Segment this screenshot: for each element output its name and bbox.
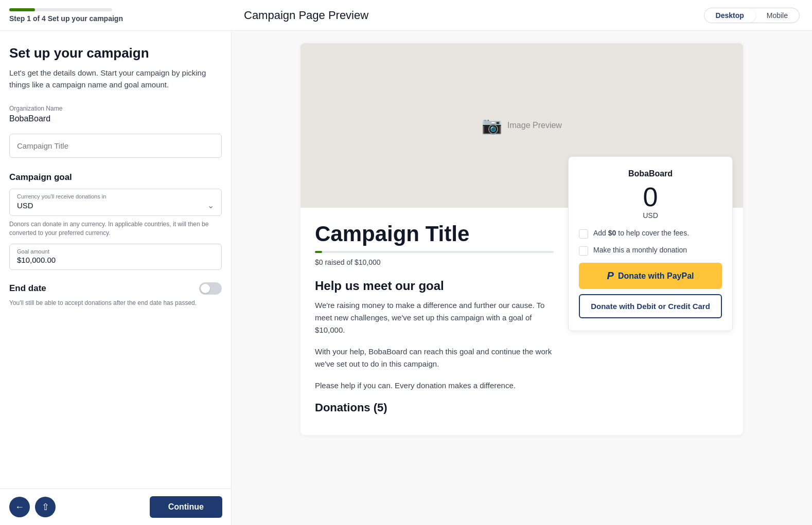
- progress-bar-container: [9, 8, 112, 11]
- org-name-value: BobaBoard: [9, 114, 222, 123]
- end-date-toggle[interactable]: [199, 282, 222, 295]
- end-date-row: End date: [9, 282, 222, 295]
- paypal-icon: P: [607, 270, 614, 282]
- goal-amount-field[interactable]: Goal amount $10,000.00: [9, 244, 222, 270]
- paypal-donate-button[interactable]: P Donate with PayPal: [579, 263, 722, 289]
- widget-org-name: BobaBoard: [579, 169, 722, 178]
- left-panel: Set up your campaign Let's get the detai…: [0, 31, 232, 525]
- preview-card: 📷 Image Preview Campaign Title $0 raised…: [301, 43, 743, 435]
- toggle-knob: [201, 284, 210, 293]
- end-date-label: End date: [9, 283, 46, 294]
- right-panel: 📷 Image Preview Campaign Title $0 raised…: [232, 31, 812, 525]
- fee-checkbox[interactable]: [579, 229, 588, 239]
- campaign-title-input[interactable]: [9, 134, 222, 158]
- donations-section-title: Donations (5): [315, 401, 554, 414]
- fee-amount: $0: [608, 229, 616, 237]
- widget-currency: USD: [579, 211, 722, 220]
- currency-label: Currency you'll receive donations in: [10, 189, 221, 201]
- chevron-down-icon: ⌄: [207, 201, 214, 210]
- campaign-goal-section-title: Campaign goal: [9, 172, 222, 183]
- widget-amount: 0: [579, 184, 722, 210]
- progress-bar-fill: [9, 8, 35, 11]
- end-date-hint: You'll still be able to accept donations…: [9, 299, 222, 307]
- donation-widget: BobaBoard 0 USD Add $0 to help cover the…: [568, 156, 733, 331]
- org-name-group: Organization Name BobaBoard: [9, 105, 222, 123]
- goal-amount-label: Goal amount: [17, 248, 214, 255]
- preview-title: Campaign Page Preview: [244, 9, 368, 22]
- campaign-title-preview: Campaign Title: [315, 222, 554, 246]
- goal-description-3: Please help if you can. Every donation m…: [315, 379, 554, 392]
- monthly-checkbox-row: Make this a monthly donation: [579, 246, 722, 256]
- goal-amount-value: $10,000.00: [17, 256, 214, 264]
- preview-left: Campaign Title $0 raised of $10,000 Help…: [301, 208, 568, 435]
- currency-select[interactable]: Currency you'll receive donations in USD…: [9, 189, 222, 216]
- continue-button[interactable]: Continue: [150, 496, 222, 518]
- step-number: Step 1 of 4: [9, 14, 46, 23]
- raised-text: $0 raised of $10,000: [315, 258, 554, 266]
- currency-value: USD: [17, 201, 33, 210]
- preview-body: Campaign Title $0 raised of $10,000 Help…: [301, 208, 743, 435]
- fee-checkbox-row: Add $0 to help cover the fees.: [579, 229, 722, 239]
- left-panel-subtitle: Let's get the details down. Start your c…: [9, 67, 222, 90]
- org-name-label: Organization Name: [9, 105, 222, 112]
- goal-description-1: We're raising money to make a difference…: [315, 299, 554, 336]
- bottom-bar: ← ⇧ Continue: [0, 488, 232, 525]
- home-button[interactable]: ⇧: [35, 497, 56, 517]
- right-panel-header: Campaign Page Preview Desktop Mobile: [232, 8, 812, 23]
- fee-label: Add $0 to help cover the fees.: [593, 229, 689, 237]
- main-layout: Set up your campaign Let's get the detai…: [0, 31, 812, 525]
- back-button[interactable]: ←: [9, 497, 30, 517]
- currency-hint: Donors can donate in any currency. In ap…: [9, 220, 222, 238]
- paypal-button-label: Donate with PayPal: [618, 271, 694, 281]
- currency-select-row: USD ⌄: [10, 201, 221, 215]
- left-panel-header: Step 1 of 4 Set up your campaign: [0, 8, 232, 23]
- image-preview-label: Image Preview: [507, 121, 562, 130]
- step-label: Step 1 of 4 Set up your campaign: [9, 14, 222, 23]
- view-toggle: Desktop Mobile: [704, 8, 800, 23]
- preview-progress-fill: [315, 251, 322, 253]
- monthly-label: Make this a monthly donation: [593, 246, 687, 254]
- image-icon: 📷: [482, 116, 502, 135]
- step-desc: Set up your campaign: [48, 14, 123, 23]
- goal-description-2: With your help, BobaBoard can reach this…: [315, 346, 554, 370]
- desktop-view-button[interactable]: Desktop: [704, 8, 755, 23]
- left-panel-heading: Set up your campaign: [9, 45, 222, 61]
- goal-section-title: Help us meet our goal: [315, 279, 554, 293]
- monthly-checkbox[interactable]: [579, 246, 588, 256]
- preview-progress-line: [315, 251, 554, 253]
- card-donate-button[interactable]: Donate with Debit or Credit Card: [579, 294, 722, 318]
- fee-label-post: to help cover the fees.: [616, 229, 689, 237]
- top-bar: Step 1 of 4 Set up your campaign Campaig…: [0, 0, 812, 31]
- mobile-view-button[interactable]: Mobile: [755, 8, 799, 23]
